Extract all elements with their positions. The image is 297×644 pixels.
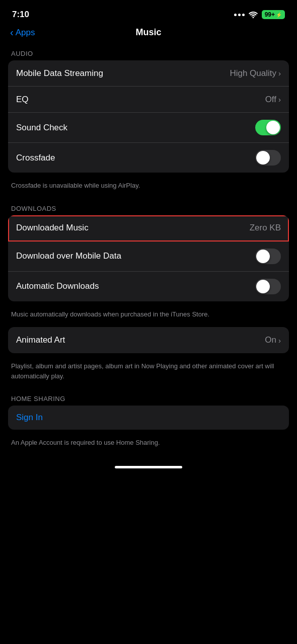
audio-section-label: AUDIO — [8, 44, 289, 60]
downloads-footer: Music automatically downloads when purch… — [8, 305, 289, 328]
animated-art-value: On › — [265, 335, 281, 345]
battery-indicator: 99+ — [262, 10, 285, 19]
sound-check-toggle[interactable] — [255, 120, 281, 135]
page-title: Music — [135, 27, 161, 38]
eq-value: Off › — [265, 95, 281, 105]
home-bar — [115, 466, 182, 468]
sign-in-button[interactable]: Sign In — [8, 406, 289, 430]
status-time: 7:10 — [12, 10, 29, 20]
sound-check-row: Sound Check — [8, 113, 289, 143]
home-sharing-footer: An Apple Account is required to use Home… — [8, 434, 289, 456]
download-mobile-data-label: Download over Mobile Data — [16, 251, 255, 261]
crossfade-toggle[interactable] — [255, 150, 281, 166]
animated-art-footer: Playlist, album and artist pages, album … — [8, 357, 289, 389]
status-bar: 7:10 99+ — [0, 0, 297, 25]
home-indicator — [0, 456, 297, 473]
mobile-data-streaming-row[interactable]: Mobile Data Streaming High Quality › — [8, 60, 289, 87]
mobile-data-streaming-value: High Quality › — [230, 68, 281, 78]
back-button[interactable]: ‹ Apps — [10, 28, 35, 38]
downloaded-music-label: Downloaded Music — [16, 223, 250, 233]
nav-bar: ‹ Apps Music — [0, 25, 297, 44]
crossfade-label: Crossfade — [16, 153, 255, 163]
status-icons: 99+ — [234, 10, 285, 19]
downloads-section-label: DOWNLOADS — [8, 199, 289, 215]
mobile-data-streaming-chevron-icon: › — [278, 69, 281, 77]
animated-art-chevron-icon: › — [278, 336, 281, 345]
audio-card: Mobile Data Streaming High Quality › EQ … — [8, 60, 289, 173]
automatic-downloads-toggle[interactable] — [255, 279, 281, 294]
downloads-card: Downloaded Music Zero KB Download over M… — [8, 215, 289, 301]
animated-art-label: Animated Art — [16, 335, 265, 345]
eq-label: EQ — [16, 95, 265, 105]
animated-art-card: Animated Art On › — [8, 327, 289, 353]
eq-row[interactable]: EQ Off › — [8, 87, 289, 113]
home-sharing-card: Sign In — [8, 406, 289, 430]
automatic-downloads-label: Automatic Downloads — [16, 281, 255, 291]
signal-icon — [234, 14, 245, 16]
eq-chevron-icon: › — [278, 95, 281, 104]
home-sharing-section-label: HOME SHARING — [8, 389, 289, 406]
mobile-data-streaming-label: Mobile Data Streaming — [16, 68, 230, 78]
audio-footer: Crossfade is unavailable while using Air… — [8, 177, 289, 199]
back-chevron-icon: ‹ — [10, 27, 14, 37]
sound-check-label: Sound Check — [16, 123, 255, 133]
animated-art-row[interactable]: Animated Art On › — [8, 327, 289, 353]
back-label: Apps — [16, 28, 35, 38]
crossfade-row: Crossfade — [8, 143, 289, 173]
downloaded-music-row[interactable]: Downloaded Music Zero KB — [8, 215, 289, 242]
download-mobile-data-toggle[interactable] — [255, 249, 281, 264]
settings-content: AUDIO Mobile Data Streaming High Quality… — [0, 44, 297, 456]
downloaded-music-value: Zero KB — [250, 223, 281, 233]
wifi-icon — [249, 11, 258, 18]
download-mobile-data-row: Download over Mobile Data — [8, 242, 289, 272]
sign-in-label: Sign In — [16, 413, 43, 423]
automatic-downloads-row: Automatic Downloads — [8, 272, 289, 301]
